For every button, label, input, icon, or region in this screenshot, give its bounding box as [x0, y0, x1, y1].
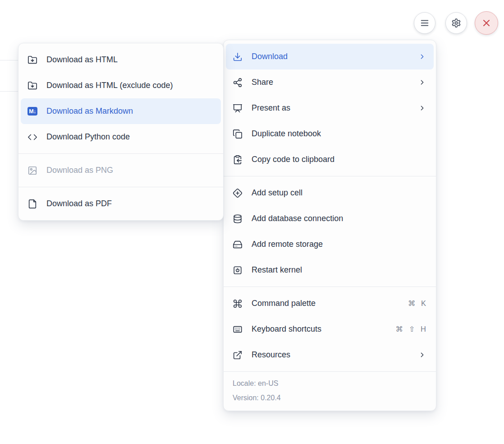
submenu-section-pdf: Download as PDF	[18, 187, 223, 220]
keyboard-shortcut-hint: ⌘ ⇧ H	[396, 325, 426, 333]
menu-item-label: Duplicate notebook	[252, 129, 321, 139]
keyboard-shortcut-hint: ⌘ K	[408, 299, 426, 308]
page-rule-top	[0, 60, 18, 60]
menu-item-label: Copy code to clipboard	[252, 155, 334, 164]
submenu-item-download-markdown[interactable]: M↓ Download as Markdown	[21, 98, 221, 124]
menu-item-label: Present as	[252, 103, 290, 113]
submenu-item-download-png[interactable]: Download as PNG	[21, 157, 221, 183]
submenu-item-label: Download as PDF	[46, 199, 112, 208]
hard-drive-icon	[233, 240, 243, 250]
menu-item-command-palette[interactable]: Command palette ⌘ K	[226, 291, 434, 316]
submenu-item-label: Download as HTML (exclude code)	[46, 81, 173, 90]
share-icon	[233, 78, 243, 88]
file-icon	[27, 199, 37, 209]
chevron-right-icon	[418, 79, 426, 86]
duplicate-icon	[233, 129, 243, 139]
markdown-icon: M↓	[27, 106, 37, 116]
presentation-icon	[233, 103, 243, 113]
submenu-item-download-pdf[interactable]: Download as PDF	[21, 191, 221, 217]
close-icon	[481, 18, 492, 28]
gear-icon	[451, 18, 461, 28]
submenu-item-download-html[interactable]: Download as HTML	[21, 47, 221, 73]
database-icon	[233, 214, 243, 224]
menu-item-copy-code[interactable]: Copy code to clipboard	[226, 147, 434, 172]
menu-section-help: Command palette ⌘ K Keyboard shortcuts ⌘…	[224, 287, 436, 371]
menu-item-label: Download	[252, 52, 288, 61]
download-submenu: Download as HTML Download as HTML (exclu…	[18, 43, 224, 221]
menu-section-notebook-actions: Add setup cell Add database connection A…	[224, 176, 436, 287]
menu-item-restart-kernel[interactable]: Restart kernel	[226, 257, 434, 283]
chevron-right-icon	[418, 53, 426, 60]
version-text: Version: 0.20.4	[233, 391, 427, 405]
power-icon	[233, 265, 243, 275]
menu-item-keyboard-shortcuts[interactable]: Keyboard shortcuts ⌘ ⇧ H	[226, 316, 434, 342]
settings-button[interactable]	[445, 12, 467, 34]
menu-item-label: Add database connection	[252, 214, 343, 223]
menu-item-duplicate-notebook[interactable]: Duplicate notebook	[226, 121, 434, 147]
menu-item-label: Add setup cell	[252, 188, 302, 198]
close-app-button[interactable]	[475, 11, 498, 35]
menu-item-label: Share	[252, 78, 273, 87]
submenu-section-documents: Download as HTML Download as HTML (exclu…	[18, 43, 223, 153]
menu-item-label: Resources	[252, 350, 290, 360]
submenu-item-label: Download as HTML	[46, 55, 118, 65]
chevron-right-icon	[418, 351, 426, 359]
submenu-item-download-html-exclude-code[interactable]: Download as HTML (exclude code)	[21, 73, 221, 98]
menu-item-add-setup-cell[interactable]: Add setup cell	[226, 180, 434, 206]
keyboard-icon	[233, 324, 243, 334]
code-icon	[27, 132, 37, 142]
chevron-right-icon	[418, 104, 426, 112]
menu-item-present-as[interactable]: Present as	[226, 95, 434, 121]
command-icon	[233, 299, 243, 309]
submenu-section-png: Download as PNG	[18, 154, 223, 187]
page-rule-bottom	[0, 91, 18, 92]
diamond-plus-icon	[233, 188, 243, 198]
submenu-item-label: Download as Markdown	[46, 106, 133, 116]
clipboard-copy-icon	[233, 155, 243, 165]
image-icon	[27, 166, 37, 176]
folder-download-icon	[27, 81, 37, 91]
external-link-icon	[233, 350, 243, 360]
menu-item-add-database[interactable]: Add database connection	[226, 206, 434, 231]
menu-item-label: Add remote storage	[252, 240, 323, 249]
submenu-item-label: Download as PNG	[46, 166, 113, 175]
download-icon	[233, 52, 243, 62]
menu-section-share: Download Share Present as	[224, 40, 436, 176]
menu-item-share[interactable]: Share	[226, 69, 434, 95]
menu-footer: Locale: en-US Version: 0.20.4	[224, 372, 436, 411]
submenu-item-label: Download Python code	[46, 132, 130, 142]
submenu-item-download-python[interactable]: Download Python code	[21, 124, 221, 150]
notebook-menu-button[interactable]	[414, 12, 435, 34]
hamburger-icon	[420, 18, 430, 28]
menu-item-label: Restart kernel	[252, 265, 302, 275]
markdown-badge: M↓	[27, 107, 37, 116]
menu-item-add-remote-storage[interactable]: Add remote storage	[226, 231, 434, 257]
menu-item-label: Command palette	[252, 299, 316, 308]
menu-item-resources[interactable]: Resources	[226, 342, 434, 368]
notebook-menu: Download Share Present as	[223, 40, 436, 411]
locale-text: Locale: en-US	[233, 376, 427, 391]
menu-item-label: Keyboard shortcuts	[252, 324, 321, 334]
folder-download-icon	[27, 55, 37, 65]
menu-item-download[interactable]: Download	[226, 44, 434, 69]
